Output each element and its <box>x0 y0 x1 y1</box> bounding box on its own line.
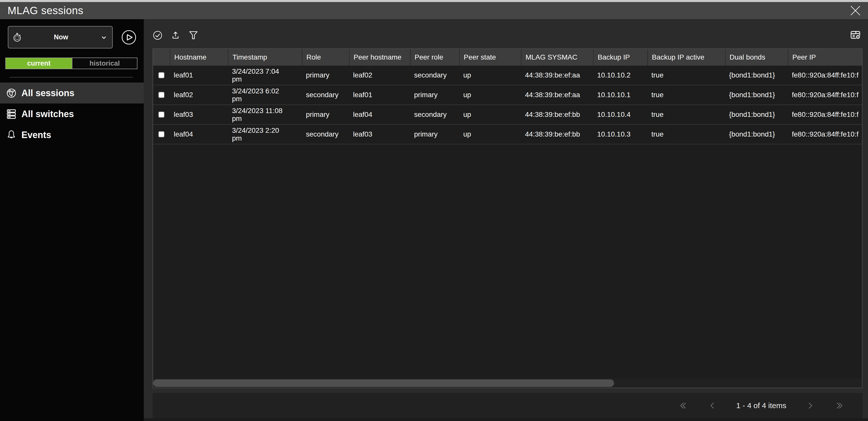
header-cell-peer-state[interactable]: Peer state <box>459 49 521 66</box>
cell-role: primary <box>302 66 349 85</box>
cell-hostname: leaf01 <box>170 66 228 85</box>
cell-timestamp: 3/24/2023 2:20 pm <box>228 125 302 144</box>
toggle-historical[interactable]: historical <box>72 58 137 69</box>
close-icon <box>849 5 861 17</box>
cell-peer-role: primary <box>410 125 459 144</box>
cell-dual-bonds: {bond1:bond1} <box>725 105 788 124</box>
header-cell-peer-role[interactable]: Peer role <box>410 49 459 66</box>
table-row[interactable]: leaf043/24/2023 2:20 pmsecondaryleaf03pr… <box>153 125 862 144</box>
cell-peer-state: up <box>459 85 521 105</box>
play-icon <box>121 30 137 45</box>
cell-role: secondary <box>302 125 349 144</box>
chevrons-left-icon <box>678 400 689 411</box>
header-cell-peer-hostname[interactable]: Peer hostname <box>349 49 410 66</box>
network-globe-icon <box>5 87 17 99</box>
cell-backup-ip: 10.10.10.4 <box>593 105 647 124</box>
play-button[interactable] <box>121 30 137 45</box>
cell-backup-ip-active: true <box>647 66 725 85</box>
sidebar-item-label: All switches <box>22 109 74 119</box>
stopwatch-icon <box>12 32 23 43</box>
horizontal-scrollbar[interactable] <box>153 378 862 388</box>
cell-peer-ip: fe80::920a:84ff:fe10:f <box>788 105 863 124</box>
cell-peer-role: primary <box>410 85 459 105</box>
cell-backup-ip: 10.10.10.3 <box>593 125 647 144</box>
switch-stack-icon <box>5 108 17 120</box>
cell-mlag-sysmac: 44:38:39:be:ef:aa <box>521 66 593 85</box>
cell-peer-ip: fe80::920a:84ff:fe10:f <box>788 66 863 85</box>
first-page-button[interactable] <box>678 400 689 411</box>
previous-page-button[interactable] <box>707 400 718 411</box>
table-row[interactable]: leaf033/24/2023 11:08 pmprimaryleaf04sec… <box>153 105 862 125</box>
cell-backup-ip: 10.10.10.1 <box>593 85 647 105</box>
pagination-bar: 1 - 4 of 4 items <box>153 393 863 418</box>
sidebar-item-label: All sessions <box>22 88 74 99</box>
header-cell-role[interactable]: Role <box>302 49 349 66</box>
sidebar-item-all-sessions[interactable]: All sessions <box>0 83 144 104</box>
table-row[interactable]: leaf013/24/2023 7:04 pmprimaryleaf02seco… <box>153 66 862 85</box>
time-mode-toggle: current historical <box>5 58 137 69</box>
time-range-select[interactable]: Now <box>8 26 113 49</box>
sidebar: Now current historical <box>0 19 144 421</box>
main-panel: HostnameTimestampRolePeer hostnamePeer r… <box>144 19 868 421</box>
sidebar-item-label: Events <box>22 130 51 140</box>
scrollbar-thumb[interactable] <box>153 380 614 387</box>
cell-timestamp: 3/24/2023 6:02 pm <box>228 85 302 105</box>
sidebar-item-events[interactable]: Events <box>0 124 144 145</box>
cell-hostname: leaf02 <box>170 85 228 105</box>
cell-dual-bonds: {bond1:bond1} <box>725 85 788 105</box>
bottom-edge-strip <box>144 418 868 421</box>
row-select-cell[interactable] <box>153 105 170 124</box>
table-row[interactable]: leaf023/24/2023 6:02 pmsecondaryleaf01pr… <box>153 85 862 105</box>
cell-role: secondary <box>302 85 349 105</box>
table-settings-button[interactable] <box>849 29 862 41</box>
sessions-table: HostnameTimestampRolePeer hostnamePeer r… <box>153 49 863 388</box>
row-checkbox[interactable] <box>158 92 164 98</box>
row-select-cell[interactable] <box>153 66 170 85</box>
cell-peer-role: secondary <box>410 105 459 124</box>
header-cell-hostname[interactable]: Hostname <box>170 49 228 66</box>
header-cell-peer-ip[interactable]: Peer IP <box>788 49 863 66</box>
cell-backup-ip-active: true <box>647 105 725 124</box>
table-toolbar <box>144 19 868 49</box>
page-title: MLAG sessions <box>7 4 84 17</box>
last-page-button[interactable] <box>834 400 845 411</box>
cell-peer-hostname: leaf01 <box>349 85 410 105</box>
header-cell-backup-ip-active[interactable]: Backup IP active <box>647 49 725 66</box>
cell-peer-hostname: leaf02 <box>349 66 410 85</box>
header-cell-backup-ip[interactable]: Backup IP <box>593 49 647 66</box>
header-cell-select <box>153 49 170 66</box>
row-select-cell[interactable] <box>153 125 170 144</box>
row-checkbox[interactable] <box>158 131 164 137</box>
sidebar-menu: All sessions All switches <box>0 83 144 145</box>
chevron-right-icon <box>804 400 815 411</box>
cell-peer-ip: fe80::920a:84ff:fe10:f <box>788 85 863 105</box>
export-button[interactable] <box>170 30 181 41</box>
cell-backup-ip-active: true <box>647 125 725 144</box>
header-cell-dual-bonds[interactable]: Dual bonds <box>725 49 788 66</box>
header-cell-mlag-sysmac[interactable]: MLAG SYSMAC <box>521 49 593 66</box>
cell-hostname: leaf04 <box>170 125 228 144</box>
time-range-value: Now <box>23 33 100 41</box>
next-page-button[interactable] <box>804 400 815 411</box>
filter-button[interactable] <box>188 30 199 41</box>
time-picker-row: Now <box>0 19 144 49</box>
close-button[interactable] <box>849 4 862 17</box>
toggle-current[interactable]: current <box>6 58 72 69</box>
sidebar-item-all-switches[interactable]: All switches <box>0 104 144 124</box>
header-cell-timestamp[interactable]: Timestamp <box>228 49 302 66</box>
cell-peer-ip: fe80::920a:84ff:fe10:f <box>788 125 863 144</box>
cell-peer-hostname: leaf03 <box>349 125 410 144</box>
row-checkbox[interactable] <box>158 72 164 78</box>
chevrons-right-icon <box>834 400 845 411</box>
cell-peer-role: secondary <box>410 66 459 85</box>
cell-mlag-sysmac: 44:38:39:be:ef:aa <box>521 85 593 105</box>
row-checkbox[interactable] <box>158 112 164 118</box>
table-settings-icon <box>849 29 862 41</box>
content-area: Now current historical <box>0 19 868 421</box>
chevron-down-icon <box>100 33 108 41</box>
cell-peer-hostname: leaf04 <box>349 105 410 124</box>
cell-timestamp: 3/24/2023 11:08 pm <box>228 105 302 124</box>
validation-check-button[interactable] <box>152 30 163 41</box>
cell-peer-state: up <box>459 66 521 85</box>
row-select-cell[interactable] <box>153 85 170 105</box>
